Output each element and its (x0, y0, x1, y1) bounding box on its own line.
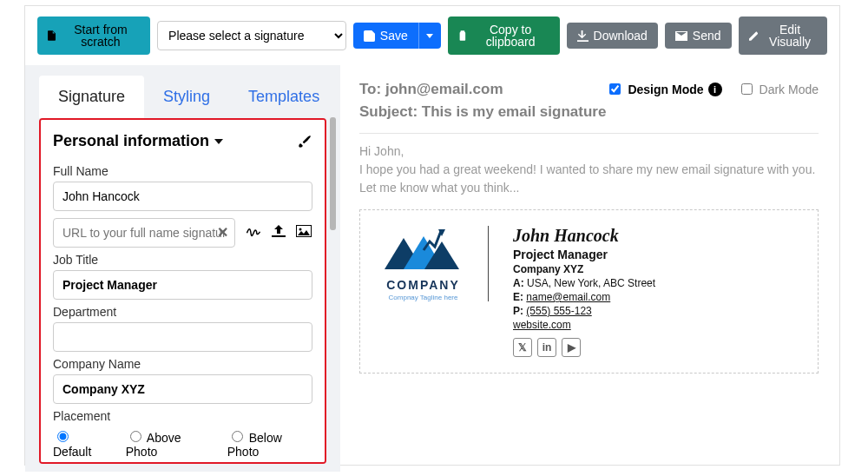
pencil-icon (749, 30, 759, 42)
mountain-logo-icon (385, 226, 463, 274)
brush-icon[interactable] (297, 134, 312, 149)
full-name-input[interactable] (53, 182, 312, 211)
sig-address: A: USA, New York, ABC Street (513, 277, 655, 289)
job-title-input[interactable] (53, 270, 312, 300)
placement-above-option[interactable]: Above Photo (126, 428, 212, 459)
tab-signature[interactable]: Signature (39, 76, 144, 118)
department-input[interactable] (53, 322, 312, 352)
save-split-button[interactable]: Save (353, 23, 441, 49)
chevron-down-icon (426, 34, 433, 38)
svg-point-1 (299, 228, 302, 231)
divider (359, 133, 819, 134)
linkedin-icon[interactable]: in (537, 338, 556, 357)
editor-sidebar: Signature Styling Templates Personal inf… (25, 65, 340, 472)
sig-company: Company XYZ (513, 263, 655, 275)
edit-visually-button[interactable]: Edit Visually (739, 17, 827, 55)
clear-icon[interactable]: ✕ (217, 224, 228, 241)
start-label: Start from scratch (62, 23, 140, 48)
placement-default-option[interactable]: Default (53, 428, 110, 459)
send-label: Send (693, 30, 721, 42)
image-icon[interactable] (296, 225, 312, 241)
download-button[interactable]: Download (567, 23, 658, 49)
personal-info-panel: Personal information Full Name ✕ (39, 118, 326, 464)
full-name-label: Full Name (53, 164, 312, 178)
top-toolbar: Start from scratch Please select a signa… (25, 6, 839, 65)
file-icon (48, 30, 56, 42)
tab-templates[interactable]: Templates (229, 76, 339, 118)
sig-name: John Hancock (513, 226, 655, 246)
download-icon (577, 30, 589, 42)
section-header[interactable]: Personal information (53, 127, 312, 159)
signature-select[interactable]: Please select a signature (157, 21, 346, 50)
section-title: Personal information (53, 132, 209, 150)
company-name-label: Company Name (53, 357, 312, 371)
department-label: Department (53, 305, 312, 319)
sig-job: Project Manager (513, 248, 655, 261)
signature-logo: COMPANY Compnay Tagline here (376, 226, 489, 301)
copy-label: Copy to clipboard (472, 23, 549, 48)
signature-details: John Hancock Project Manager Company XYZ… (513, 226, 655, 357)
upload-icon[interactable] (272, 225, 286, 241)
preview-subject: Subject: This is my email signature (359, 103, 606, 121)
tab-styling[interactable]: Styling (144, 76, 229, 118)
dark-mode-toggle[interactable]: Dark Mode (738, 81, 819, 97)
info-icon[interactable]: i (708, 83, 722, 96)
preview-pane: To: john@email.com Subject: This is my e… (340, 65, 839, 472)
save-dropdown-toggle[interactable] (418, 23, 441, 49)
clipboard-icon (458, 30, 467, 42)
signature-preview: COMPANY Compnay Tagline here John Hancoc… (359, 209, 819, 374)
draw-signature-icon[interactable] (246, 225, 261, 241)
job-title-label: Job Title (53, 253, 312, 267)
sidebar-scrollbar[interactable] (330, 117, 336, 472)
save-button[interactable]: Save (353, 23, 418, 49)
signature-url-input[interactable] (53, 218, 235, 248)
placement-below-option[interactable]: Below Photo (227, 428, 312, 459)
x-twitter-icon[interactable]: 𝕏 (513, 338, 532, 357)
editor-tabs: Signature Styling Templates (39, 76, 326, 118)
start-from-scratch-button[interactable]: Start from scratch (37, 17, 150, 55)
sig-phone: P: (555) 555-123 (513, 305, 655, 317)
email-body: Hi John, I hope you had a great weekend!… (359, 142, 819, 197)
send-button[interactable]: Send (665, 23, 732, 49)
sig-email: E: name@email.com (513, 291, 655, 303)
copy-button[interactable]: Copy to clipboard (448, 17, 560, 55)
company-name-input[interactable] (53, 374, 312, 404)
save-label: Save (380, 30, 408, 42)
sig-website: website.com (513, 319, 655, 331)
youtube-icon[interactable]: ▶ (562, 338, 581, 357)
edit-label: Edit Visually (763, 23, 817, 48)
mail-icon (675, 31, 687, 41)
download-label: Download (594, 30, 648, 42)
preview-to: To: john@email.com (359, 81, 606, 98)
design-mode-toggle[interactable]: Design Mode i (606, 81, 721, 97)
placement-label: Placement (53, 409, 312, 423)
chevron-down-icon (214, 139, 223, 144)
save-icon (364, 30, 375, 42)
